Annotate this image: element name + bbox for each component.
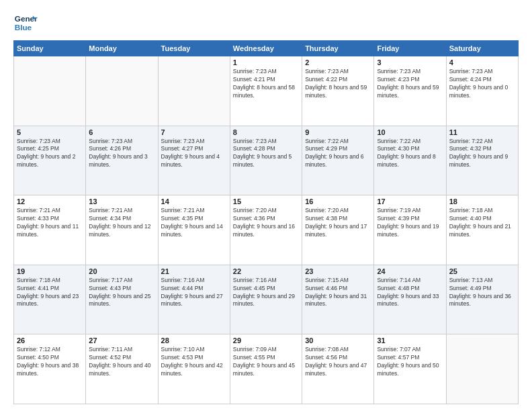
logo-icon: General Blue: [13, 11, 38, 35]
day-number: 16: [305, 197, 371, 205]
header-cell-tuesday: Tuesday: [158, 41, 230, 56]
day-number: 27: [89, 336, 154, 345]
header-row: SundayMondayTuesdayWednesdayThursdayFrid…: [14, 41, 519, 56]
day-number: 26: [17, 336, 83, 345]
header-cell-sunday: Sunday: [14, 41, 86, 56]
day-info: Sunrise: 7:23 AM Sunset: 4:26 PM Dayligh…: [89, 138, 154, 170]
day-number: 21: [161, 267, 227, 275]
day-cell: 29Sunrise: 7:09 AM Sunset: 4:55 PM Dayli…: [230, 334, 302, 404]
header-cell-monday: Monday: [86, 41, 158, 56]
day-info: Sunrise: 7:15 AM Sunset: 4:46 PM Dayligh…: [305, 277, 371, 309]
day-cell: 4Sunrise: 7:23 AM Sunset: 4:24 PM Daylig…: [446, 56, 518, 126]
day-cell: 30Sunrise: 7:08 AM Sunset: 4:56 PM Dayli…: [302, 334, 374, 404]
header: General Blue: [13, 11, 519, 35]
day-cell: 3Sunrise: 7:23 AM Sunset: 4:23 PM Daylig…: [374, 56, 446, 126]
day-info: Sunrise: 7:09 AM Sunset: 4:55 PM Dayligh…: [233, 346, 299, 378]
day-cell: 20Sunrise: 7:17 AM Sunset: 4:43 PM Dayli…: [86, 265, 158, 334]
day-cell: 23Sunrise: 7:15 AM Sunset: 4:46 PM Dayli…: [302, 265, 374, 334]
day-cell: 14Sunrise: 7:21 AM Sunset: 4:35 PM Dayli…: [158, 195, 230, 265]
day-info: Sunrise: 7:23 AM Sunset: 4:24 PM Dayligh…: [449, 68, 515, 100]
day-cell: [446, 334, 518, 404]
day-info: Sunrise: 7:23 AM Sunset: 4:22 PM Dayligh…: [305, 68, 371, 100]
day-number: 20: [89, 267, 154, 275]
day-cell: 24Sunrise: 7:14 AM Sunset: 4:48 PM Dayli…: [374, 265, 446, 334]
header-cell-friday: Friday: [374, 41, 446, 56]
day-info: Sunrise: 7:16 AM Sunset: 4:44 PM Dayligh…: [161, 277, 227, 309]
day-cell: 19Sunrise: 7:18 AM Sunset: 4:41 PM Dayli…: [14, 265, 86, 334]
day-info: Sunrise: 7:10 AM Sunset: 4:53 PM Dayligh…: [161, 346, 227, 378]
day-info: Sunrise: 7:19 AM Sunset: 4:39 PM Dayligh…: [377, 207, 443, 239]
day-info: Sunrise: 7:23 AM Sunset: 4:23 PM Dayligh…: [377, 68, 443, 100]
day-info: Sunrise: 7:14 AM Sunset: 4:48 PM Dayligh…: [377, 277, 443, 309]
day-cell: 11Sunrise: 7:22 AM Sunset: 4:32 PM Dayli…: [446, 126, 518, 195]
day-number: 24: [377, 267, 443, 275]
day-cell: 16Sunrise: 7:20 AM Sunset: 4:38 PM Dayli…: [302, 195, 374, 265]
day-number: 17: [377, 197, 443, 205]
day-number: 12: [17, 197, 83, 205]
day-cell: 25Sunrise: 7:13 AM Sunset: 4:49 PM Dayli…: [446, 265, 518, 334]
svg-text:Blue: Blue: [15, 23, 32, 32]
day-cell: 15Sunrise: 7:20 AM Sunset: 4:36 PM Dayli…: [230, 195, 302, 265]
day-info: Sunrise: 7:23 AM Sunset: 4:25 PM Dayligh…: [17, 138, 83, 170]
day-cell: [158, 56, 230, 126]
day-cell: 12Sunrise: 7:21 AM Sunset: 4:33 PM Dayli…: [14, 195, 86, 265]
day-info: Sunrise: 7:21 AM Sunset: 4:33 PM Dayligh…: [17, 207, 83, 239]
day-number: 4: [449, 58, 515, 66]
day-cell: 18Sunrise: 7:18 AM Sunset: 4:40 PM Dayli…: [446, 195, 518, 265]
day-number: 29: [233, 336, 299, 345]
day-cell: [14, 56, 86, 126]
day-cell: 22Sunrise: 7:16 AM Sunset: 4:45 PM Dayli…: [230, 265, 302, 334]
calendar-table: SundayMondayTuesdayWednesdayThursdayFrid…: [13, 40, 519, 404]
day-info: Sunrise: 7:22 AM Sunset: 4:29 PM Dayligh…: [305, 138, 371, 170]
day-number: 14: [161, 197, 227, 205]
day-number: 6: [89, 128, 154, 136]
day-number: 19: [17, 267, 83, 275]
day-info: Sunrise: 7:23 AM Sunset: 4:28 PM Dayligh…: [233, 138, 299, 170]
day-number: 9: [305, 128, 371, 136]
week-row-3: 12Sunrise: 7:21 AM Sunset: 4:33 PM Dayli…: [14, 195, 519, 265]
day-number: 28: [161, 336, 227, 345]
calendar-header: SundayMondayTuesdayWednesdayThursdayFrid…: [14, 41, 519, 56]
day-number: 13: [89, 197, 154, 205]
day-number: 18: [449, 197, 515, 205]
day-number: 15: [233, 197, 299, 205]
day-cell: 7Sunrise: 7:23 AM Sunset: 4:27 PM Daylig…: [158, 126, 230, 195]
day-info: Sunrise: 7:22 AM Sunset: 4:32 PM Dayligh…: [449, 138, 515, 170]
day-number: 25: [449, 267, 515, 275]
day-info: Sunrise: 7:21 AM Sunset: 4:35 PM Dayligh…: [161, 207, 227, 239]
day-number: 22: [233, 267, 299, 275]
week-row-1: 1Sunrise: 7:23 AM Sunset: 4:21 PM Daylig…: [14, 56, 519, 126]
day-number: 1: [233, 58, 299, 66]
day-cell: 28Sunrise: 7:10 AM Sunset: 4:53 PM Dayli…: [158, 334, 230, 404]
day-cell: 8Sunrise: 7:23 AM Sunset: 4:28 PM Daylig…: [230, 126, 302, 195]
header-cell-saturday: Saturday: [446, 41, 518, 56]
day-number: 3: [377, 58, 443, 66]
day-info: Sunrise: 7:12 AM Sunset: 4:50 PM Dayligh…: [17, 346, 83, 378]
day-number: 5: [17, 128, 83, 136]
day-cell: 6Sunrise: 7:23 AM Sunset: 4:26 PM Daylig…: [86, 126, 158, 195]
day-info: Sunrise: 7:23 AM Sunset: 4:21 PM Dayligh…: [233, 68, 299, 100]
day-info: Sunrise: 7:23 AM Sunset: 4:27 PM Dayligh…: [161, 138, 227, 170]
day-info: Sunrise: 7:20 AM Sunset: 4:36 PM Dayligh…: [233, 207, 299, 239]
day-cell: 5Sunrise: 7:23 AM Sunset: 4:25 PM Daylig…: [14, 126, 86, 195]
day-info: Sunrise: 7:21 AM Sunset: 4:34 PM Dayligh…: [89, 207, 154, 239]
day-number: 10: [377, 128, 443, 136]
day-number: 8: [233, 128, 299, 136]
calendar-body: 1Sunrise: 7:23 AM Sunset: 4:21 PM Daylig…: [14, 56, 519, 404]
day-cell: 26Sunrise: 7:12 AM Sunset: 4:50 PM Dayli…: [14, 334, 86, 404]
day-info: Sunrise: 7:11 AM Sunset: 4:52 PM Dayligh…: [89, 346, 154, 378]
day-info: Sunrise: 7:18 AM Sunset: 4:41 PM Dayligh…: [17, 277, 83, 309]
day-info: Sunrise: 7:17 AM Sunset: 4:43 PM Dayligh…: [89, 277, 154, 309]
day-cell: 2Sunrise: 7:23 AM Sunset: 4:22 PM Daylig…: [302, 56, 374, 126]
calendar-page: General Blue SundayMondayTuesdayWednesda…: [0, 0, 532, 411]
day-cell: 1Sunrise: 7:23 AM Sunset: 4:21 PM Daylig…: [230, 56, 302, 126]
header-cell-thursday: Thursday: [302, 41, 374, 56]
day-number: 31: [377, 336, 443, 345]
day-cell: 21Sunrise: 7:16 AM Sunset: 4:44 PM Dayli…: [158, 265, 230, 334]
day-info: Sunrise: 7:13 AM Sunset: 4:49 PM Dayligh…: [449, 277, 515, 309]
day-cell: 13Sunrise: 7:21 AM Sunset: 4:34 PM Dayli…: [86, 195, 158, 265]
day-number: 11: [449, 128, 515, 136]
logo: General Blue: [13, 11, 38, 35]
day-cell: 17Sunrise: 7:19 AM Sunset: 4:39 PM Dayli…: [374, 195, 446, 265]
day-cell: [86, 56, 158, 126]
